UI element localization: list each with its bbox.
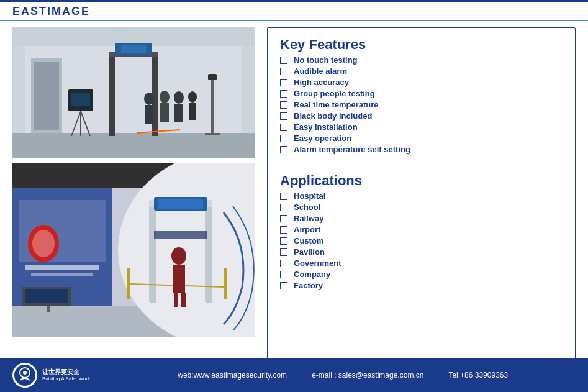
list-item: Real time temperature (280, 100, 563, 109)
application-label: Custom (294, 236, 323, 245)
footer-web: web:www.eastimagesecurity.com (178, 371, 287, 380)
svg-rect-3 (12, 46, 25, 133)
header: EASTIMAGE (0, 2, 588, 21)
feature-label: Group people testing (294, 89, 375, 98)
list-item: School (280, 203, 563, 212)
checkbox-icon (280, 135, 287, 142)
checkbox-icon (280, 215, 287, 222)
svg-rect-17 (145, 105, 153, 124)
checkbox-icon (280, 193, 287, 200)
footer-tel: Tel:+86 33909363 (448, 371, 508, 380)
list-item: Audible alarm (280, 66, 563, 76)
checkbox-icon (280, 146, 287, 153)
footer-logo-area: 让世界更安全 Building A Safer World (12, 363, 91, 388)
list-item: Black body included (280, 111, 563, 121)
svg-rect-41 (25, 289, 68, 303)
svg-rect-19 (160, 103, 169, 122)
svg-point-22 (188, 91, 197, 103)
checkbox-icon (280, 282, 287, 289)
checkbox-icon (280, 237, 287, 245)
svg-rect-8 (109, 52, 115, 136)
checkbox-icon (280, 90, 287, 98)
email-label: e-mail : (312, 371, 338, 380)
list-item: High accuracy (280, 78, 563, 87)
photo-top (12, 27, 255, 158)
application-label: Pavilion (294, 247, 325, 257)
list-item: Government (280, 258, 563, 268)
application-label: Airport (294, 225, 320, 234)
checkbox-icon (280, 79, 287, 86)
svg-rect-21 (174, 104, 183, 122)
svg-point-18 (160, 91, 170, 103)
web-value: www.eastimagesecurity.com (194, 371, 287, 380)
list-item: Alarm temperature self setting (280, 145, 563, 154)
feature-label: No touch testing (294, 55, 358, 65)
svg-rect-13 (211, 77, 214, 133)
company-logo: EASTIMAGE (12, 5, 90, 18)
right-panel: Key Features No touch testing Audible al… (267, 27, 576, 370)
footer-logo-line2: Building A Safer World (42, 376, 91, 382)
checkbox-icon (280, 260, 287, 267)
svg-point-51 (171, 247, 186, 265)
feature-label: High accuracy (294, 78, 349, 87)
logo-circle (12, 363, 37, 388)
svg-rect-14 (205, 133, 220, 135)
svg-rect-12 (121, 45, 146, 53)
photo-bottom (12, 163, 255, 337)
web-label: web: (178, 371, 193, 380)
svg-rect-15 (208, 74, 217, 80)
checkbox-icon (280, 57, 287, 64)
checkbox-icon (280, 248, 287, 256)
applications-section: Applications Hospital School Railway Air… (280, 173, 563, 290)
checkbox-icon (280, 68, 287, 75)
svg-rect-43 (149, 200, 156, 303)
svg-rect-47 (158, 199, 203, 209)
svg-rect-7 (34, 62, 59, 130)
feature-label: Black body included (294, 111, 372, 121)
footer-email: e-mail : sales@eastimage.com.cn (312, 371, 423, 380)
svg-point-16 (144, 93, 154, 105)
list-item: Factory (280, 281, 563, 290)
checkbox-icon (280, 271, 287, 278)
footer-info: web:www.eastimagesecurity.com e-mail : s… (110, 371, 576, 380)
features-list: No touch testing Audible alarm High accu… (280, 55, 563, 154)
feature-label: Easy installation (294, 122, 358, 132)
svg-rect-55 (154, 231, 207, 239)
svg-point-58 (23, 371, 27, 375)
tel-label: Tel: (448, 371, 460, 380)
application-label: School (294, 203, 320, 212)
footer-logo-text: 让世界更安全 Building A Safer World (42, 368, 91, 382)
footer: 让世界更安全 Building A Safer World web:www.ea… (0, 358, 588, 392)
svg-rect-23 (189, 103, 196, 120)
svg-rect-38 (25, 265, 99, 270)
footer-logo-line1: 让世界更安全 (42, 368, 91, 376)
list-item: Group people testing (280, 89, 563, 98)
list-item: Airport (280, 225, 563, 234)
checkbox-icon (280, 204, 287, 211)
applications-list: Hospital School Railway Airport Custom (280, 191, 563, 290)
svg-point-37 (32, 230, 55, 257)
list-item: Pavilion (280, 247, 563, 257)
application-label: Government (294, 258, 341, 268)
application-label: Company (294, 270, 330, 279)
tel-value: +86 33909363 (460, 371, 508, 380)
application-label: Railway (294, 214, 323, 223)
checkbox-icon (280, 226, 287, 234)
application-label: Hospital (294, 191, 325, 201)
key-features-title: Key Features (280, 37, 563, 53)
feature-label: Real time temperature (294, 100, 379, 109)
application-label: Factory (294, 281, 323, 290)
svg-rect-49 (224, 268, 227, 299)
svg-rect-52 (173, 265, 185, 293)
list-item: Company (280, 270, 563, 279)
image-column (12, 27, 255, 370)
svg-rect-26 (71, 93, 90, 106)
email-value: sales@eastimage.com.cn (338, 371, 424, 380)
svg-rect-53 (174, 291, 178, 307)
list-item: Easy installation (280, 122, 563, 132)
svg-rect-54 (181, 293, 186, 307)
applications-title: Applications (280, 173, 563, 189)
checkbox-icon (280, 112, 287, 120)
list-item: Hospital (280, 191, 563, 201)
svg-rect-4 (242, 46, 255, 133)
